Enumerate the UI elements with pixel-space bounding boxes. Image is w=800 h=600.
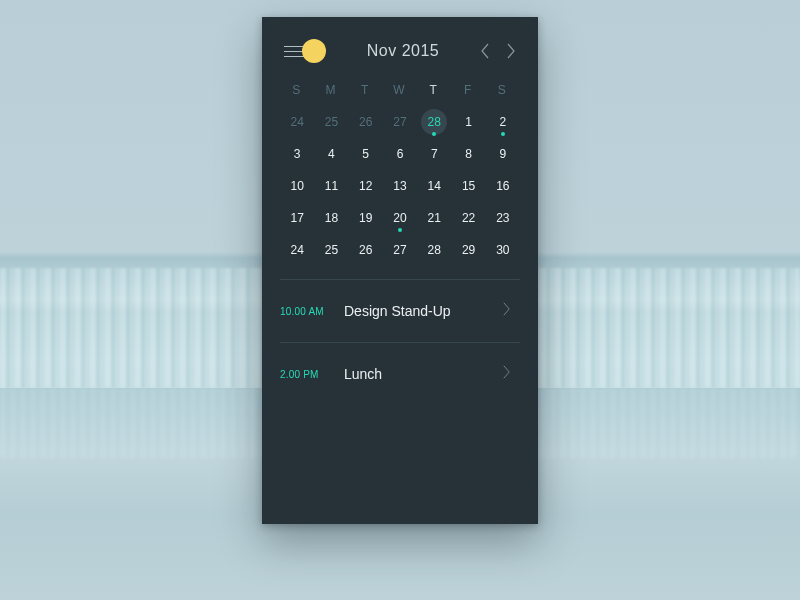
day-cell[interactable]: 13 (383, 171, 417, 201)
event-row[interactable]: 10.00 AM Design Stand-Up (280, 280, 520, 342)
prev-month-button[interactable] (480, 43, 490, 59)
chevron-right-icon (502, 364, 520, 384)
day-cell[interactable]: 8 (451, 139, 485, 169)
day-number: 19 (359, 211, 372, 225)
day-cell[interactable]: 14 (417, 171, 451, 201)
weekday-label: M (314, 83, 348, 97)
day-cell[interactable]: 29 (451, 235, 485, 265)
day-number: 18 (325, 211, 338, 225)
day-number: 21 (428, 211, 441, 225)
calendar-card: Nov 2015 S M T W T F S 24252627281234567… (262, 17, 538, 524)
day-number: 30 (496, 243, 509, 257)
day-cell[interactable]: 24 (280, 107, 314, 137)
day-number: 2 (500, 115, 507, 129)
day-number: 11 (325, 179, 338, 193)
event-time: 10.00 AM (280, 306, 336, 317)
day-cell[interactable]: 30 (486, 235, 520, 265)
day-number: 27 (393, 243, 406, 257)
month-label: Nov 2015 (326, 42, 480, 60)
day-cell[interactable]: 25 (314, 235, 348, 265)
day-number: 8 (465, 147, 472, 161)
day-number: 10 (290, 179, 303, 193)
day-number: 7 (431, 147, 438, 161)
chevron-right-icon (502, 301, 520, 321)
day-cell[interactable]: 12 (349, 171, 383, 201)
day-number: 4 (328, 147, 335, 161)
event-dot-icon (432, 132, 436, 136)
event-time: 2.00 PM (280, 369, 336, 380)
day-cell[interactable]: 2 (486, 107, 520, 137)
day-cell[interactable]: 19 (349, 203, 383, 233)
day-cell[interactable]: 6 (383, 139, 417, 169)
day-number: 26 (359, 243, 372, 257)
event-dot-icon (398, 228, 402, 232)
day-cell[interactable]: 20 (383, 203, 417, 233)
day-cell[interactable]: 28 (417, 107, 451, 137)
day-number: 25 (325, 115, 338, 129)
weekday-header: S M T W T F S (262, 77, 538, 107)
day-number: 26 (359, 115, 372, 129)
day-cell[interactable]: 28 (417, 235, 451, 265)
weekday-label: W (383, 83, 417, 97)
day-number: 14 (428, 179, 441, 193)
day-number: 28 (428, 115, 441, 129)
day-cell[interactable]: 17 (280, 203, 314, 233)
day-number: 22 (462, 211, 475, 225)
day-cell[interactable]: 23 (486, 203, 520, 233)
event-row[interactable]: 2.00 PM Lunch (280, 343, 520, 405)
day-cell[interactable]: 24 (280, 235, 314, 265)
card-header: Nov 2015 (262, 17, 538, 77)
day-cell[interactable]: 18 (314, 203, 348, 233)
event-label: Design Stand-Up (344, 303, 494, 319)
day-cell[interactable]: 3 (280, 139, 314, 169)
weekday-label: T (417, 83, 451, 97)
day-cell[interactable]: 11 (314, 171, 348, 201)
weekday-label: F (451, 83, 485, 97)
day-cell[interactable]: 15 (451, 171, 485, 201)
sun-icon (302, 39, 326, 63)
month-nav (480, 43, 516, 59)
day-number: 29 (462, 243, 475, 257)
day-cell[interactable]: 16 (486, 171, 520, 201)
calendar-grid: 2425262728123456789101112131415161718192… (262, 107, 538, 265)
day-cell[interactable]: 22 (451, 203, 485, 233)
day-cell[interactable]: 1 (451, 107, 485, 137)
day-cell[interactable]: 27 (383, 107, 417, 137)
day-cell[interactable]: 4 (314, 139, 348, 169)
day-number: 17 (290, 211, 303, 225)
day-cell[interactable]: 5 (349, 139, 383, 169)
day-number: 1 (465, 115, 472, 129)
day-number: 24 (290, 243, 303, 257)
weekday-label: S (486, 83, 520, 97)
day-number: 24 (290, 115, 303, 129)
day-cell[interactable]: 26 (349, 235, 383, 265)
day-number: 27 (393, 115, 406, 129)
day-number: 6 (397, 147, 404, 161)
day-number: 16 (496, 179, 509, 193)
day-number: 25 (325, 243, 338, 257)
day-number: 9 (500, 147, 507, 161)
event-label: Lunch (344, 366, 494, 382)
day-cell[interactable]: 25 (314, 107, 348, 137)
day-number: 12 (359, 179, 372, 193)
weekday-label: S (280, 83, 314, 97)
weekday-label: T (349, 83, 383, 97)
day-cell[interactable]: 10 (280, 171, 314, 201)
day-number: 28 (428, 243, 441, 257)
day-number: 3 (294, 147, 301, 161)
event-list: 10.00 AM Design Stand-Up 2.00 PM Lunch (262, 279, 538, 405)
day-cell[interactable]: 9 (486, 139, 520, 169)
day-number: 15 (462, 179, 475, 193)
day-number: 5 (362, 147, 369, 161)
day-cell[interactable]: 27 (383, 235, 417, 265)
day-cell[interactable]: 7 (417, 139, 451, 169)
day-number: 20 (393, 211, 406, 225)
day-cell[interactable]: 26 (349, 107, 383, 137)
next-month-button[interactable] (506, 43, 516, 59)
day-number: 23 (496, 211, 509, 225)
day-number: 13 (393, 179, 406, 193)
event-dot-icon (501, 132, 505, 136)
day-cell[interactable]: 21 (417, 203, 451, 233)
